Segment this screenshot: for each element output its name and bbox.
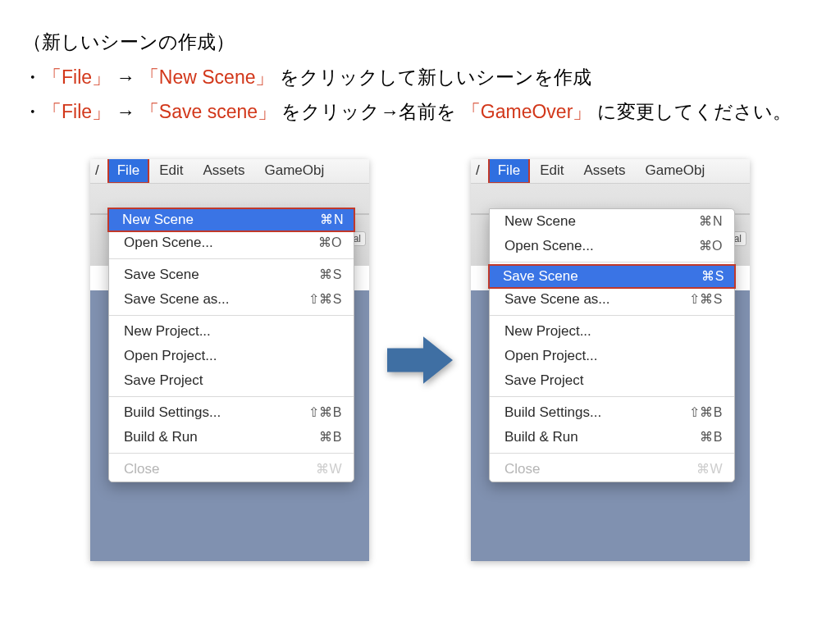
menubar-right: / File Edit Assets GameObj bbox=[471, 159, 750, 184]
hl-savescene: 「Save scene」 bbox=[140, 101, 276, 122]
menu-assets[interactable]: Assets bbox=[573, 162, 635, 179]
menuitem-shortcut: ⌘W bbox=[696, 461, 723, 477]
menu-separator bbox=[109, 315, 354, 316]
menuitem-new-scene[interactable]: New Scene ⌘N bbox=[490, 209, 734, 234]
menuitem-save-scene[interactable]: Save Scene ⌘S bbox=[109, 262, 354, 287]
menuitem-open-project[interactable]: Open Project... bbox=[109, 344, 354, 368]
menu-file[interactable]: File bbox=[488, 159, 530, 184]
menubar-slice: / bbox=[471, 162, 485, 179]
menuitem-close: Close ⌘W bbox=[490, 457, 734, 482]
menuitem-build-settings[interactable]: Build Settings... ⇧⌘B bbox=[109, 400, 354, 425]
menuitem-label: Save Scene as... bbox=[124, 291, 230, 308]
menuitem-save-project[interactable]: Save Project bbox=[490, 368, 734, 393]
menuitem-label: Close bbox=[504, 461, 540, 477]
menuitem-shortcut: ⌘S bbox=[319, 267, 342, 282]
screenshot-body-left: cal New Scene ⌘N Open Scene... ⌘O Save S… bbox=[90, 184, 369, 561]
menu-separator bbox=[490, 453, 734, 454]
menubar-left: / File Edit Assets GameObj bbox=[90, 159, 369, 184]
menuitem-shortcut: ⇧⌘S bbox=[308, 291, 342, 307]
menuitem-shortcut: ⌘B bbox=[319, 429, 342, 445]
menuitem-label: Save Project bbox=[504, 372, 583, 389]
arrow-text-2: → bbox=[116, 101, 135, 122]
screenshot-left: / File Edit Assets GameObj cal New Scene… bbox=[90, 159, 369, 561]
menuitem-shortcut: ⌘O bbox=[699, 238, 723, 253]
menuitem-label: Build Settings... bbox=[504, 404, 601, 421]
menu-separator bbox=[490, 262, 734, 262]
menuitem-shortcut: ⌘N bbox=[699, 213, 723, 229]
menuitem-save-scene-as[interactable]: Save Scene as... ⇧⌘S bbox=[109, 287, 354, 312]
menuitem-shortcut: ⌘W bbox=[316, 461, 342, 477]
menuitem-label: Open Scene... bbox=[504, 238, 594, 254]
menuitem-shortcut: ⌘B bbox=[700, 429, 723, 445]
arrow-icon bbox=[386, 334, 454, 386]
instruction-line-1: 「File」 → 「New Scene」 をクリックして新しいシーンを作成 bbox=[23, 60, 817, 95]
hl-newscene: 「New Scene」 bbox=[140, 66, 275, 88]
menuitem-label: Save Scene bbox=[124, 267, 199, 283]
menu-file[interactable]: File bbox=[107, 159, 149, 184]
text-2c: をクリック→名前を bbox=[281, 101, 456, 122]
menuitem-open-scene[interactable]: Open Scene... ⌘O bbox=[109, 231, 354, 255]
menu-gameobject[interactable]: GameObj bbox=[254, 162, 334, 179]
hl-file-2: 「File」 bbox=[43, 101, 111, 122]
menuitem-shortcut: ⇧⌘B bbox=[308, 404, 342, 420]
menuitem-shortcut: ⇧⌘S bbox=[689, 291, 723, 307]
file-dropdown-right: New Scene ⌘N Open Scene... ⌘O Save Scene… bbox=[489, 208, 735, 482]
menuitem-shortcut: ⌘S bbox=[701, 268, 724, 284]
menu-separator bbox=[109, 396, 354, 397]
hl-file-1: 「File」 bbox=[43, 66, 111, 88]
menuitem-shortcut: ⇧⌘B bbox=[689, 404, 723, 420]
hl-gameover: 「GameOver」 bbox=[462, 101, 591, 122]
menuitem-label: Close bbox=[124, 461, 159, 477]
menubar-slice: / bbox=[90, 162, 104, 179]
menuitem-open-project[interactable]: Open Project... bbox=[490, 344, 734, 368]
screenshot-body-right: cal New Scene ⌘N Open Scene... ⌘O Save S… bbox=[471, 184, 750, 561]
menuitem-new-scene[interactable]: New Scene ⌘N bbox=[107, 208, 355, 232]
menuitem-open-scene[interactable]: Open Scene... ⌘O bbox=[490, 234, 734, 258]
menuitem-shortcut: ⌘O bbox=[318, 235, 342, 250]
menu-separator bbox=[490, 396, 734, 397]
menuitem-label: Save Scene as... bbox=[504, 291, 610, 308]
menuitem-label: Build & Run bbox=[124, 429, 198, 445]
menuitem-new-project[interactable]: New Project... bbox=[109, 319, 354, 344]
menuitem-build-run[interactable]: Build & Run ⌘B bbox=[109, 425, 354, 450]
menu-edit[interactable]: Edit bbox=[530, 162, 573, 179]
menuitem-label: Open Scene... bbox=[124, 235, 213, 251]
menuitem-label: New Scene bbox=[504, 213, 576, 230]
menuitem-label: Open Project... bbox=[124, 348, 217, 364]
arrow-text-1: → bbox=[116, 66, 135, 88]
instruction-line-2: 「File」 → 「Save scene」 をクリック→名前を 「GameOve… bbox=[23, 94, 817, 130]
menuitem-save-scene[interactable]: Save Scene ⌘S bbox=[488, 264, 736, 289]
svg-marker-0 bbox=[387, 336, 453, 384]
text-2e: に変更してください。 bbox=[597, 101, 792, 122]
menuitem-label: New Project... bbox=[124, 323, 211, 340]
menuitem-label: New Scene bbox=[122, 212, 194, 228]
menuitem-save-scene-as[interactable]: Save Scene as... ⇧⌘S bbox=[490, 287, 734, 312]
menuitem-label: Build Settings... bbox=[124, 404, 221, 421]
menuitem-shortcut: ⌘N bbox=[320, 212, 344, 227]
menuitem-label: Save Project bbox=[124, 372, 203, 389]
menuitem-build-run[interactable]: Build & Run ⌘B bbox=[490, 425, 734, 450]
file-dropdown-left: New Scene ⌘N Open Scene... ⌘O Save Scene… bbox=[108, 208, 354, 482]
instruction-title: （新しいシーンの作成） bbox=[23, 25, 817, 60]
menuitem-label: Save Scene bbox=[503, 268, 578, 285]
menu-separator bbox=[109, 453, 354, 454]
instruction-block: （新しいシーンの作成） 「File」 → 「New Scene」 をクリックして… bbox=[0, 0, 840, 130]
menu-gameobject[interactable]: GameObj bbox=[635, 162, 714, 179]
menuitem-label: Build & Run bbox=[504, 429, 578, 445]
menuitem-label: Open Project... bbox=[504, 348, 597, 364]
menu-separator bbox=[490, 315, 734, 316]
menuitem-close: Close ⌘W bbox=[109, 457, 354, 482]
text-1c: をクリックして新しいシーンを作成 bbox=[280, 66, 591, 88]
menu-assets[interactable]: Assets bbox=[193, 162, 254, 179]
menu-edit[interactable]: Edit bbox=[149, 162, 193, 179]
menu-separator bbox=[109, 258, 354, 259]
screenshot-row: / File Edit Assets GameObj cal New Scene… bbox=[0, 159, 840, 561]
menuitem-label: New Project... bbox=[504, 323, 591, 340]
menuitem-build-settings[interactable]: Build Settings... ⇧⌘B bbox=[490, 400, 734, 425]
menuitem-save-project[interactable]: Save Project bbox=[109, 368, 354, 393]
menuitem-new-project[interactable]: New Project... bbox=[490, 319, 734, 344]
screenshot-right: / File Edit Assets GameObj cal New Scene… bbox=[471, 159, 750, 561]
